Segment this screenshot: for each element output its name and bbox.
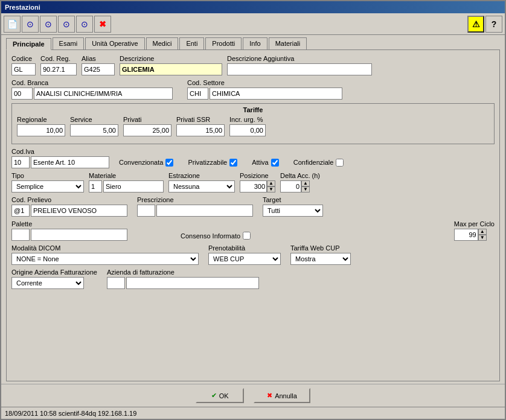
tab-medici[interactable]: Medici (146, 37, 179, 49)
refresh-button-2[interactable]: ⊙ (40, 16, 57, 33)
max-per-ciclo-down[interactable]: ▼ (478, 235, 487, 241)
prescrizione-code[interactable] (137, 205, 155, 217)
posizione-up[interactable]: ▲ (267, 180, 275, 186)
privati-label: Privati (123, 116, 171, 123)
regionale-input[interactable] (17, 124, 65, 136)
status-text: 18/09/2011 10:58 scientif-84dq 192.168.1… (5, 410, 136, 417)
tab-principale[interactable]: Principale (6, 38, 51, 50)
convenzionata-checkbox[interactable] (165, 159, 173, 167)
attiva-label: Attiva (252, 159, 269, 166)
delta-acc-input[interactable] (280, 180, 301, 192)
delta-acc-up[interactable]: ▲ (301, 180, 310, 186)
tab-unita-operative[interactable]: Unità Operative (85, 37, 144, 49)
row-tipo: Tipo Semplice Materiale Estrazione Nessu… (11, 172, 495, 192)
row-prelievo: Cod. Prelievo Prescrizione Target Tutti (11, 196, 495, 217)
posizione-input[interactable] (240, 180, 267, 192)
refresh-button-3[interactable]: ⊙ (58, 16, 75, 33)
azienda-fat-label: Azienda di fatturazione (107, 269, 259, 276)
cod-prelievo-label: Cod. Prelievo (11, 196, 127, 203)
refresh-button-4[interactable]: ⊙ (76, 16, 93, 33)
prenotabilita-select[interactable]: WEB CUP (208, 253, 281, 265)
status-bar: 18/09/2011 10:58 scientif-84dq 192.168.1… (1, 407, 505, 419)
max-per-ciclo-label: Max per Ciclo (454, 220, 495, 228)
toolbar: 📄 ⊙ ⊙ ⊙ ⊙ ✖ ⚠ ? (1, 13, 505, 35)
alias-label: Alias (82, 55, 115, 62)
cod-branca-code[interactable] (11, 88, 33, 100)
cod-settore-name[interactable] (210, 88, 342, 100)
alias-input[interactable] (82, 63, 115, 75)
service-input[interactable] (70, 124, 118, 136)
window-title: Prestazioni (5, 4, 40, 11)
desc-aggiuntiva-input[interactable] (227, 63, 372, 75)
warning-button[interactable]: ⚠ (467, 16, 484, 33)
refresh-button-1[interactable]: ⊙ (22, 16, 39, 33)
tariffe-title: Tariffe (17, 106, 489, 113)
ok-button[interactable]: ✔ ✔ OK OK (196, 388, 244, 403)
cod-iva-code[interactable] (11, 156, 30, 168)
confidenziale-checkbox[interactable] (336, 159, 344, 167)
new-button[interactable]: 📄 (4, 16, 21, 33)
tab-bar: Principale Esami Unità Operative Medici … (1, 35, 505, 49)
descrizione-input[interactable] (120, 63, 222, 75)
target-select[interactable]: Tutti (263, 205, 323, 217)
prenotabilita-label: Prenotabilità (208, 244, 281, 252)
tab-materiali[interactable]: Materiali (269, 37, 307, 49)
help-button[interactable]: ? (485, 16, 502, 33)
row-branca: Cod. Branca Cod. Settore (11, 79, 495, 100)
privati-input[interactable] (123, 124, 171, 136)
close-button[interactable]: ✖ (94, 16, 111, 33)
codice-input[interactable] (11, 63, 36, 75)
cod-prelievo-name[interactable] (31, 205, 127, 217)
privatizzabile-checkbox[interactable] (229, 159, 237, 167)
row-dicom: Modalità DICOM NONE = None Prenotabilità… (11, 244, 495, 265)
row-codice: Codice Cod. Reg. Alias Descrizione Descr… (11, 55, 495, 75)
tab-prodotti[interactable]: Prodotti (205, 37, 242, 49)
incr-urg-label: Incr. urg. % (229, 116, 266, 123)
tipo-label: Tipo (11, 172, 84, 179)
row-origine: Origine Azienda Fatturazione Corrente Az… (11, 269, 495, 289)
cod-branca-label: Cod. Branca (11, 79, 173, 86)
materiale-name[interactable] (103, 180, 164, 192)
tab-esami[interactable]: Esami (53, 37, 85, 49)
tab-info[interactable]: Info (243, 37, 267, 49)
palette-code[interactable] (11, 229, 30, 241)
materiale-code[interactable] (89, 180, 102, 192)
main-window: Prestazioni 📄 ⊙ ⊙ ⊙ ⊙ ✖ ⚠ ? Principale E… (0, 0, 506, 420)
origine-az-select[interactable]: Corrente (11, 277, 84, 289)
cod-iva-name[interactable] (31, 156, 109, 168)
tariffa-web-cup-select[interactable]: Mostra (290, 253, 351, 265)
modalita-dicom-select[interactable]: NONE = None (11, 253, 199, 265)
cod-reg-input[interactable] (40, 63, 77, 75)
palette-name[interactable] (31, 229, 127, 241)
origine-az-label: Origine Azienda Fatturazione (11, 269, 97, 276)
consenso-label: Consenso Informato (181, 232, 240, 240)
max-per-ciclo-input[interactable] (454, 229, 478, 241)
confidenziale-label: Confidenziale (293, 159, 334, 166)
attiva-checkbox[interactable] (271, 159, 279, 167)
incr-urg-input[interactable] (229, 124, 266, 136)
tab-enti[interactable]: Enti (179, 37, 204, 49)
cod-settore-code[interactable] (187, 88, 208, 100)
azienda-fat-code[interactable] (107, 277, 125, 289)
modalita-dicom-label: Modalità DICOM (11, 244, 199, 252)
cod-prelievo-code[interactable] (11, 205, 30, 217)
privati-ssr-input[interactable] (176, 124, 225, 136)
privatizzabile-label: Privatizzabile (188, 159, 227, 166)
consenso-checkbox[interactable] (243, 232, 251, 240)
prescrizione-name[interactable] (156, 205, 253, 217)
descrizione-label: Descrizione (120, 55, 222, 62)
tipo-select[interactable]: Semplice (11, 180, 84, 192)
estrazione-label: Estrazione (168, 172, 235, 179)
palette-label: Palette (11, 220, 127, 228)
azienda-fat-name[interactable] (126, 277, 259, 289)
cod-iva-label: Cod.Iva (11, 148, 109, 155)
posizione-down[interactable]: ▼ (267, 186, 275, 192)
row-palette: Palette Consenso Informato Max per Ciclo… (11, 220, 495, 241)
max-per-ciclo-up[interactable]: ▲ (478, 229, 487, 235)
estrazione-select[interactable]: Nessuna (168, 180, 235, 192)
cancel-button[interactable]: ✖ Annulla (254, 388, 310, 403)
cod-branca-name[interactable] (34, 88, 173, 100)
tariffe-row: Regionale Service Privati Privati SSR In… (17, 116, 489, 136)
privati-ssr-label: Privati SSR (176, 116, 225, 123)
delta-acc-down[interactable]: ▼ (301, 186, 310, 192)
